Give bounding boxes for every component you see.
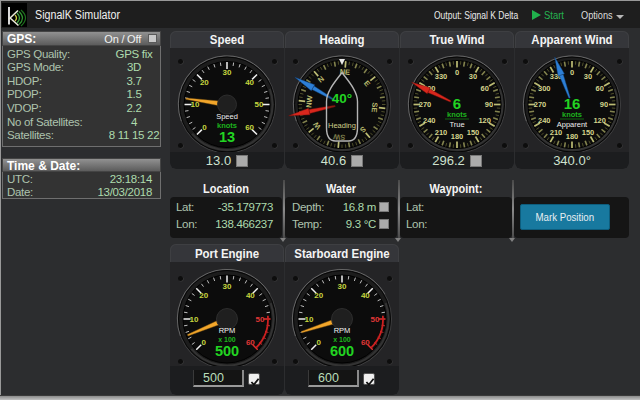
svg-text:150: 150: [582, 128, 595, 137]
svg-text:0: 0: [202, 123, 207, 132]
svg-text:210: 210: [550, 128, 563, 137]
svg-text:30: 30: [338, 282, 347, 291]
svg-text:x 100: x 100: [218, 336, 236, 343]
svg-text:600: 600: [330, 343, 354, 359]
svg-text:Heading: Heading: [328, 121, 356, 130]
svg-text:60: 60: [361, 338, 370, 347]
svg-text:50: 50: [256, 315, 265, 324]
svg-text:True: True: [449, 120, 464, 129]
svg-text:30: 30: [223, 68, 232, 77]
svg-text:180: 180: [566, 132, 579, 141]
svg-text:300: 300: [538, 84, 551, 93]
svg-text:330: 330: [435, 72, 448, 81]
svg-text:50: 50: [371, 315, 380, 324]
svg-text:270: 270: [534, 100, 547, 109]
svg-text:20: 20: [199, 291, 208, 300]
svg-text:180: 180: [451, 132, 464, 141]
svg-text:120: 120: [593, 116, 606, 125]
svg-text:20: 20: [200, 78, 209, 87]
svg-text:Speed: Speed: [216, 112, 238, 121]
svg-text:40°: 40°: [332, 91, 352, 106]
svg-text:60: 60: [245, 123, 254, 132]
svg-text:knots: knots: [562, 110, 582, 119]
svg-text:240: 240: [538, 116, 551, 125]
svg-text:20: 20: [314, 291, 323, 300]
svg-text:120: 120: [478, 116, 491, 125]
svg-text:240: 240: [423, 116, 436, 125]
svg-text:500: 500: [215, 343, 239, 359]
svg-text:knots: knots: [447, 110, 467, 119]
svg-text:30: 30: [469, 72, 477, 81]
svg-text:50: 50: [255, 100, 264, 109]
svg-text:60: 60: [481, 84, 489, 93]
svg-text:10: 10: [305, 315, 314, 324]
svg-text:RPM: RPM: [219, 326, 236, 335]
svg-text:SE: SE: [370, 102, 380, 113]
svg-text:30: 30: [223, 282, 232, 291]
svg-text:30: 30: [584, 72, 592, 81]
svg-text:Apparent: Apparent: [557, 120, 588, 129]
svg-text:0: 0: [201, 338, 206, 347]
svg-text:13: 13: [219, 129, 235, 145]
svg-text:60: 60: [596, 84, 604, 93]
svg-text:210: 210: [435, 128, 448, 137]
svg-text:60: 60: [246, 338, 255, 347]
svg-text:10: 10: [190, 315, 199, 324]
svg-text:90: 90: [600, 100, 608, 109]
svg-text:0: 0: [570, 68, 574, 77]
svg-text:0: 0: [316, 338, 321, 347]
svg-text:x 100: x 100: [333, 336, 351, 343]
svg-text:NW: NW: [304, 94, 314, 108]
svg-text:270: 270: [419, 100, 432, 109]
svg-text:40: 40: [246, 291, 255, 300]
svg-text:150: 150: [467, 128, 480, 137]
svg-text:40: 40: [361, 291, 370, 300]
svg-text:90: 90: [485, 100, 493, 109]
svg-text:0: 0: [455, 68, 459, 77]
svg-text:40: 40: [245, 78, 254, 87]
svg-text:RPM: RPM: [334, 326, 351, 335]
